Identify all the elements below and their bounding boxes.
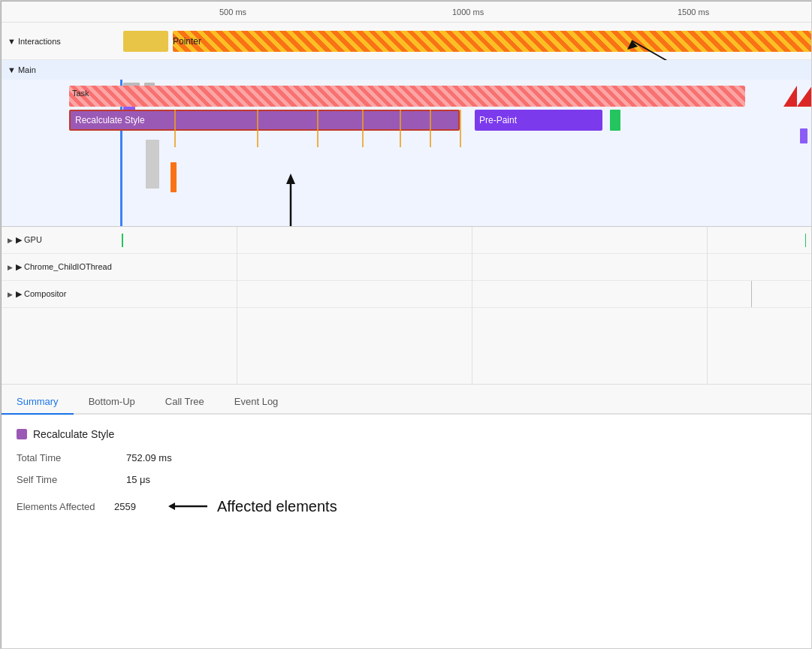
main-section: ▼ Main Task Recalculate Style (2, 60, 812, 227)
orange-hatch-interaction (173, 31, 812, 52)
selected-task-annotation: Selected rendering task (182, 166, 407, 226)
compositor-triangle: ▶ (8, 291, 13, 298)
summary-title-row: Recalculate Style (17, 428, 797, 440)
summary-content: Recalculate Style Total Time 752.09 ms S… (2, 415, 812, 649)
vtick-1 (174, 110, 176, 147)
vtick-6 (430, 110, 431, 147)
tab-summary[interactable]: Summary (2, 390, 74, 415)
interactions-label: ▼ Interactions (2, 37, 122, 46)
vtick-3 (317, 110, 318, 147)
elements-key: Elements Affected (17, 501, 114, 512)
orange-sub-bar (171, 162, 177, 192)
app-container: 500 ms 1000 ms 1500 ms ▼ Interactions Po… (1, 1, 812, 649)
vtick-7 (460, 110, 461, 147)
purple-mini-right (800, 128, 807, 143)
compositor-label: ▶ ▶ Compositor (2, 289, 122, 299)
bottom-panel: Summary Bottom-Up Call Tree Event Log Re… (2, 385, 812, 649)
childio-label: ▶ ▶ Chrome_ChildIOThread (2, 262, 122, 272)
interactions-timeline: Pointer (122, 23, 812, 59)
gpu-row: ▶ ▶ GPU (2, 227, 812, 254)
total-time-key: Total Time (17, 452, 114, 463)
self-time-key: Self Time (17, 474, 114, 485)
compositor-content (122, 281, 812, 307)
tick-1000: 1000 ms (452, 8, 484, 17)
pointer-yellow-block (123, 31, 168, 52)
vtick-4 (362, 110, 364, 147)
childio-text: ▶ Chrome_ChildIOThread (16, 262, 112, 272)
tab-calltree[interactable]: Call Tree (150, 390, 219, 415)
prepaint-bar[interactable]: Pre-Paint (475, 110, 602, 131)
svg-marker-7 (168, 503, 175, 510)
main-tracks: Task Recalculate Style Pre-Paint (2, 80, 812, 226)
interactions-row: ▼ Interactions Pointer (2, 23, 812, 60)
elements-val: 2559 (114, 501, 136, 512)
task-bar (69, 86, 745, 107)
childio-row: ▶ ▶ Chrome_ChildIOThread (2, 254, 812, 281)
compositor-text: ▶ Compositor (16, 289, 66, 299)
elements-affected-row: Elements Affected 2559 Affected elements (17, 496, 797, 517)
selected-task-arrow-svg: Selected rendering task (182, 166, 407, 226)
gpu-content (122, 227, 812, 253)
summary-title-text: Recalculate Style (33, 428, 114, 440)
recalc-label: Recalculate Style (75, 115, 145, 125)
compositor-row: ▶ ▶ Compositor (2, 281, 812, 308)
main-label: ▼ Main (2, 65, 122, 74)
compositor-separator (751, 281, 752, 307)
gpu-label: ▶ ▶ GPU (2, 235, 122, 245)
task-red-corner (797, 86, 812, 107)
task-red-corner2 (783, 86, 797, 107)
gpu-green-left (122, 234, 123, 247)
gpu-triangle: ▶ (8, 237, 13, 244)
recalc-bar[interactable]: Recalculate Style (69, 110, 460, 131)
svg-marker-4 (286, 174, 295, 184)
self-time-val: 15 μs (126, 474, 150, 485)
affected-annotation: Affected elements (166, 496, 337, 517)
self-time-row: Self Time 15 μs (17, 474, 797, 485)
gray-sub-bar (146, 140, 159, 189)
affected-arrow-svg (166, 496, 211, 517)
vtick-5 (400, 110, 401, 147)
main-header-row: ▼ Main (2, 60, 812, 80)
tabs-bar: Summary Bottom-Up Call Tree Event Log (2, 385, 812, 415)
pointer-label: Pointer (173, 36, 201, 47)
prepaint-label: Pre-Paint (479, 115, 517, 125)
timeline-header: 500 ms 1000 ms 1500 ms (2, 2, 812, 23)
gpu-text: ▶ GPU (16, 235, 42, 245)
top-panel: 500 ms 1000 ms 1500 ms ▼ Interactions Po… (2, 2, 812, 385)
vtick-2 (257, 110, 258, 147)
gpu-green-right (805, 234, 807, 247)
childio-triangle: ▶ (8, 264, 13, 271)
purple-color-icon (17, 429, 27, 439)
childio-content (122, 254, 812, 280)
affected-annotation-text: Affected elements (217, 498, 337, 515)
green-bar-prepaint (610, 110, 620, 131)
total-time-row: Total Time 752.09 ms (17, 452, 797, 463)
tab-eventlog[interactable]: Event Log (219, 390, 294, 415)
tick-500: 500 ms (219, 8, 246, 17)
total-time-val: 752.09 ms (126, 452, 172, 463)
tick-1500: 1500 ms (678, 8, 709, 17)
task-label: Task (72, 89, 89, 98)
tab-bottomup[interactable]: Bottom-Up (74, 390, 150, 415)
